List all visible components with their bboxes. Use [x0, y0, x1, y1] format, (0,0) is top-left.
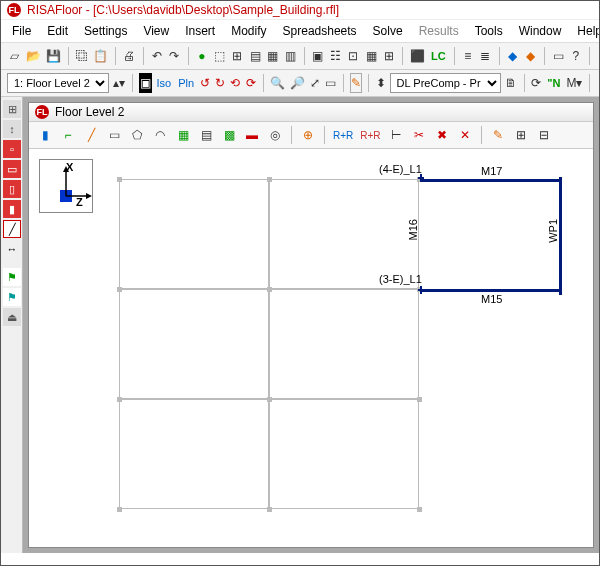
tool-arrow-icon[interactable]: ↕ [3, 120, 21, 138]
menu-solve[interactable]: Solve [366, 22, 410, 40]
tool-beam-icon[interactable]: ▭ [3, 160, 21, 178]
menu-view[interactable]: View [136, 22, 176, 40]
menu-modify[interactable]: Modify [224, 22, 273, 40]
n-button[interactable]: "N [545, 77, 562, 89]
ct-trim-icon[interactable]: ✂ [409, 125, 429, 145]
zoom-window-icon[interactable]: ▭ [324, 73, 337, 93]
ct-arc-icon[interactable]: ◠ [150, 125, 170, 145]
rotate-right-icon[interactable]: ↻ [214, 73, 226, 93]
member-label-icon[interactable]: M▾ [565, 73, 583, 93]
ct-fill2-icon[interactable]: ▤ [196, 125, 216, 145]
ct-box-icon[interactable]: ▭ [104, 125, 124, 145]
ct-edit-icon[interactable]: ✎ [488, 125, 508, 145]
tool-wall-icon[interactable]: ▮ [3, 200, 21, 218]
sections-icon[interactable]: ▥ [283, 46, 298, 66]
zoom-extents-icon[interactable]: ⤢ [309, 73, 321, 93]
tool-grid-icon[interactable]: ⊞ [3, 100, 21, 118]
ct-delete-x-icon[interactable]: ✖ [432, 125, 452, 145]
ct-rr2[interactable]: R+R [358, 130, 382, 141]
layers-icon[interactable]: ▤ [248, 46, 263, 66]
lc-label[interactable]: LC [429, 50, 448, 62]
plan-button[interactable]: Pln [176, 77, 196, 89]
tool-line-icon[interactable]: ╱ [3, 220, 21, 238]
label-node-3e: (3-E)_L1 [379, 273, 422, 285]
loads-toggle-icon[interactable]: ⬍ [375, 73, 387, 93]
drawing-canvas[interactable]: X Z [29, 149, 593, 547]
print-icon[interactable]: 🖨 [122, 46, 137, 66]
paste-icon[interactable]: 📋 [92, 46, 109, 66]
materials-icon[interactable]: ▦ [265, 46, 280, 66]
help-icon[interactable]: ? [568, 46, 583, 66]
basic-load-icon[interactable]: ⬛ [409, 46, 426, 66]
open-icon[interactable]: 📂 [25, 46, 42, 66]
level-up-icon[interactable]: ▴▾ [112, 73, 126, 93]
menu-results[interactable]: Results [412, 22, 466, 40]
member-wp1[interactable] [559, 177, 562, 295]
menubar: File Edit Settings View Insert Modify Sp… [1, 20, 599, 43]
refresh-icon[interactable]: ⟳ [530, 73, 542, 93]
axis-z-label: Z [76, 196, 83, 208]
undo-icon[interactable]: ↶ [149, 46, 164, 66]
new-icon[interactable]: ▱ [7, 46, 22, 66]
menu-file[interactable]: File [5, 22, 38, 40]
tableview-icon[interactable]: ▦ [364, 46, 379, 66]
ct-fill3-icon[interactable]: ▩ [219, 125, 239, 145]
axis-x-label: X [66, 161, 73, 173]
tool-flag-green-icon[interactable]: ⚑ [3, 268, 21, 286]
ct-opening-icon[interactable]: ◎ [265, 125, 285, 145]
iso-button[interactable]: Iso [155, 77, 174, 89]
menu-settings[interactable]: Settings [77, 22, 134, 40]
elevation-icon[interactable]: ☷ [328, 46, 343, 66]
tool-dim-icon[interactable]: ↔ [3, 240, 21, 258]
ct-select-icon[interactable]: ▮ [35, 125, 55, 145]
load-combo-select[interactable]: DL PreComp - Pr [390, 73, 501, 93]
rotate-left-icon[interactable]: ↺ [199, 73, 211, 93]
ct-split-icon[interactable]: ⊢ [386, 125, 406, 145]
floor-level-select[interactable]: 1: Floor Level 2 [7, 73, 109, 93]
menu-spreadsheets[interactable]: Spreadsheets [276, 22, 364, 40]
grid-icon[interactable]: ⊞ [230, 46, 245, 66]
menu-edit[interactable]: Edit [40, 22, 75, 40]
camera-icon[interactable]: ▣ [139, 73, 152, 93]
risa3d-icon[interactable]: ◆ [506, 46, 521, 66]
ct-deck-icon[interactable]: ▬ [242, 125, 262, 145]
tool-lock-icon[interactable]: ⏏ [3, 308, 21, 326]
tool-column-icon[interactable]: ▯ [3, 180, 21, 198]
menu-help[interactable]: Help [570, 22, 600, 40]
view3d-icon[interactable]: ▣ [311, 46, 326, 66]
spreadsheet-icon[interactable]: ⊞ [382, 46, 397, 66]
solve-icon[interactable]: ≡ [460, 46, 475, 66]
plan-icon[interactable]: ⊡ [346, 46, 361, 66]
director-icon[interactable]: ▭ [551, 46, 566, 66]
report-icon[interactable]: 🗎 [504, 73, 518, 93]
menu-window[interactable]: Window [512, 22, 569, 40]
ct-line-icon[interactable]: ╱ [81, 125, 101, 145]
ct-target-icon[interactable]: ⊕ [298, 125, 318, 145]
ct-poly-icon[interactable]: ⬠ [127, 125, 147, 145]
ct-draw-icon[interactable]: ⌐ [58, 125, 78, 145]
tool-flag-cyan-icon[interactable]: ⚑ [3, 288, 21, 306]
zoom-in-icon[interactable]: 🔍 [269, 73, 286, 93]
ct-grid1-icon[interactable]: ⊞ [511, 125, 531, 145]
rotate-down-icon[interactable]: ⟳ [244, 73, 256, 93]
save-icon[interactable]: 💾 [45, 46, 62, 66]
edit-mode-icon[interactable]: ✎ [350, 73, 362, 93]
redo-icon[interactable]: ↷ [167, 46, 182, 66]
menu-tools[interactable]: Tools [468, 22, 510, 40]
list-icon[interactable]: ≣ [478, 46, 493, 66]
member-m15[interactable] [421, 289, 561, 292]
globe-icon[interactable]: ● [194, 46, 209, 66]
units-icon[interactable]: ⬚ [212, 46, 227, 66]
menu-insert[interactable]: Insert [178, 22, 222, 40]
ct-fill1-icon[interactable]: ▦ [173, 125, 193, 145]
copy-icon[interactable]: ⿻ [74, 46, 89, 66]
rotate-up-icon[interactable]: ⟲ [229, 73, 241, 93]
ct-delete-icon[interactable]: ✕ [455, 125, 475, 145]
ct-rr1[interactable]: R+R [331, 130, 355, 141]
tool-node-icon[interactable]: ▫ [3, 140, 21, 158]
ct-grid2-icon[interactable]: ⊟ [534, 125, 554, 145]
child-window: FL Floor Level 2 ▮ ⌐ ╱ ▭ ⬠ ◠ ▦ ▤ ▩ ▬ ◎ ⊕… [28, 102, 594, 548]
risafoundation-icon[interactable]: ◆ [523, 46, 538, 66]
member-m17[interactable] [421, 179, 561, 182]
zoom-out-icon[interactable]: 🔎 [289, 73, 306, 93]
